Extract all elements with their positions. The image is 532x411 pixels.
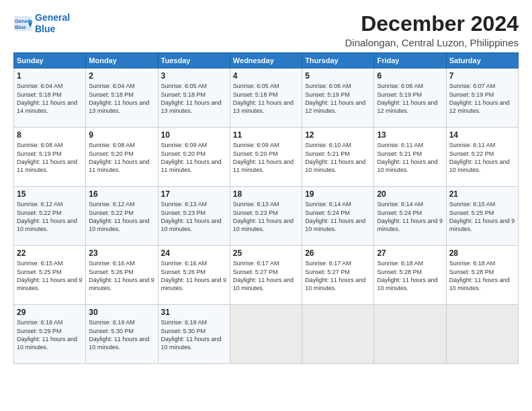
table-row xyxy=(302,305,374,364)
table-row: 24Sunrise: 6:16 AMSunset: 5:26 PMDayligh… xyxy=(158,246,230,305)
daylight-text: Daylight: 11 hours and 10 minutes. xyxy=(449,158,510,173)
daylight-text: Daylight: 11 hours and 10 minutes. xyxy=(305,158,365,173)
table-row: 7Sunrise: 6:07 AMSunset: 5:19 PMDaylight… xyxy=(446,68,518,128)
day-number: 21 xyxy=(449,189,515,199)
day-number: 25 xyxy=(233,248,299,259)
calendar-table: Sunday Monday Tuesday Wednesday Thursday… xyxy=(13,52,519,364)
col-saturday: Saturday xyxy=(446,53,518,68)
col-friday: Friday xyxy=(374,53,446,68)
daylight-text: Daylight: 11 hours and 9 minutes. xyxy=(161,277,227,291)
calendar-week-2: 8Sunrise: 6:08 AMSunset: 5:19 PMDaylight… xyxy=(14,128,519,187)
table-row: 3Sunrise: 6:05 AMSunset: 5:18 PMDaylight… xyxy=(158,68,230,128)
sunrise-text: Sunrise: 6:04 AM xyxy=(17,83,63,89)
table-row: 28Sunrise: 6:18 AMSunset: 5:28 PMDayligh… xyxy=(446,246,518,305)
sunset-text: Sunset: 5:18 PM xyxy=(17,91,62,98)
calendar-week-1: 1Sunrise: 6:04 AMSunset: 5:18 PMDaylight… xyxy=(14,68,519,128)
sunrise-text: Sunrise: 6:12 AM xyxy=(17,201,63,208)
sunrise-text: Sunrise: 6:18 AM xyxy=(449,260,496,267)
day-number: 23 xyxy=(89,248,154,259)
location-title: Dinalongan, Central Luzon, Philippines xyxy=(345,37,519,48)
sunset-text: Sunset: 5:19 PM xyxy=(449,91,494,98)
sunset-text: Sunset: 5:27 PM xyxy=(233,269,278,275)
table-row: 9Sunrise: 6:08 AMSunset: 5:20 PMDaylight… xyxy=(86,128,158,187)
day-number: 24 xyxy=(161,248,227,259)
sunrise-text: Sunrise: 6:19 AM xyxy=(89,319,135,326)
sunset-text: Sunset: 5:18 PM xyxy=(89,91,134,98)
daylight-text: Daylight: 11 hours and 11 minutes. xyxy=(89,158,149,173)
table-row: 30Sunrise: 6:19 AMSunset: 5:30 PMDayligh… xyxy=(86,305,158,364)
sunset-text: Sunset: 5:18 PM xyxy=(233,91,278,98)
day-number: 19 xyxy=(305,189,371,199)
sunrise-text: Sunrise: 6:04 AM xyxy=(89,83,135,89)
sunset-text: Sunset: 5:25 PM xyxy=(17,269,62,275)
daylight-text: Daylight: 11 hours and 10 minutes. xyxy=(17,218,77,232)
daylight-text: Daylight: 11 hours and 11 minutes. xyxy=(233,158,294,173)
sunrise-text: Sunrise: 6:13 AM xyxy=(233,201,279,208)
sunrise-text: Sunrise: 6:06 AM xyxy=(377,83,423,89)
col-thursday: Thursday xyxy=(302,53,374,68)
sunrise-text: Sunrise: 6:19 AM xyxy=(161,319,208,326)
sunset-text: Sunset: 5:20 PM xyxy=(89,150,134,157)
daylight-text: Daylight: 11 hours and 10 minutes. xyxy=(89,336,149,351)
day-number: 3 xyxy=(161,71,227,81)
sunset-text: Sunset: 5:30 PM xyxy=(161,328,206,334)
day-number: 6 xyxy=(377,71,443,81)
logo-line1: General xyxy=(35,12,70,23)
daylight-text: Daylight: 11 hours and 12 minutes. xyxy=(305,99,365,114)
day-number: 16 xyxy=(89,189,154,199)
table-row: 31Sunrise: 6:19 AMSunset: 5:30 PMDayligh… xyxy=(158,305,230,364)
page: General Blue General Blue December 2024 … xyxy=(0,0,532,411)
table-row: 20Sunrise: 6:14 AMSunset: 5:24 PMDayligh… xyxy=(374,187,446,246)
sunrise-text: Sunrise: 6:11 AM xyxy=(377,142,423,148)
sunrise-text: Sunrise: 6:08 AM xyxy=(89,142,135,148)
day-number: 8 xyxy=(17,130,83,140)
table-row: 26Sunrise: 6:17 AMSunset: 5:27 PMDayligh… xyxy=(302,246,374,305)
daylight-text: Daylight: 11 hours and 10 minutes. xyxy=(377,158,437,173)
sunrise-text: Sunrise: 6:06 AM xyxy=(305,83,351,89)
sunrise-text: Sunrise: 6:15 AM xyxy=(449,201,496,208)
day-number: 1 xyxy=(17,71,83,81)
sunrise-text: Sunrise: 6:17 AM xyxy=(233,260,279,267)
daylight-text: Daylight: 11 hours and 13 minutes. xyxy=(161,99,222,114)
sunset-text: Sunset: 5:26 PM xyxy=(89,269,134,275)
table-row: 18Sunrise: 6:13 AMSunset: 5:23 PMDayligh… xyxy=(230,187,302,246)
table-row: 17Sunrise: 6:13 AMSunset: 5:23 PMDayligh… xyxy=(158,187,230,246)
daylight-text: Daylight: 11 hours and 9 minutes. xyxy=(449,218,515,232)
day-number: 30 xyxy=(89,307,154,318)
day-number: 9 xyxy=(89,130,154,140)
table-row: 16Sunrise: 6:12 AMSunset: 5:22 PMDayligh… xyxy=(86,187,158,246)
title-block: December 2024 Dinalongan, Central Luzon,… xyxy=(345,12,519,48)
sunset-text: Sunset: 5:24 PM xyxy=(377,210,422,216)
sunrise-text: Sunrise: 6:10 AM xyxy=(305,142,351,148)
table-row: 29Sunrise: 6:18 AMSunset: 5:29 PMDayligh… xyxy=(14,305,86,364)
sunrise-text: Sunrise: 6:05 AM xyxy=(161,83,208,89)
sunset-text: Sunset: 5:24 PM xyxy=(305,210,350,216)
day-number: 4 xyxy=(233,71,299,81)
sunrise-text: Sunrise: 6:18 AM xyxy=(377,260,423,267)
logo-line2: Blue xyxy=(35,24,55,34)
logo-text: General Blue xyxy=(35,12,70,35)
sunrise-text: Sunrise: 6:09 AM xyxy=(233,142,279,148)
daylight-text: Daylight: 11 hours and 10 minutes. xyxy=(305,218,365,232)
day-number: 28 xyxy=(449,248,515,259)
sunset-text: Sunset: 5:30 PM xyxy=(89,328,134,334)
day-number: 20 xyxy=(377,189,443,199)
table-row xyxy=(446,305,518,364)
daylight-text: Daylight: 11 hours and 10 minutes. xyxy=(233,277,294,291)
daylight-text: Daylight: 11 hours and 13 minutes. xyxy=(233,99,294,114)
day-number: 13 xyxy=(377,130,443,140)
sunset-text: Sunset: 5:21 PM xyxy=(305,150,350,157)
day-number: 29 xyxy=(17,307,83,318)
daylight-text: Daylight: 11 hours and 10 minutes. xyxy=(89,218,149,232)
daylight-text: Daylight: 11 hours and 9 minutes. xyxy=(377,218,443,232)
day-number: 11 xyxy=(233,130,299,140)
day-number: 17 xyxy=(161,189,227,199)
sunset-text: Sunset: 5:23 PM xyxy=(233,210,278,216)
day-number: 12 xyxy=(305,130,371,140)
sunrise-text: Sunrise: 6:12 AM xyxy=(89,201,135,208)
calendar-week-5: 29Sunrise: 6:18 AMSunset: 5:29 PMDayligh… xyxy=(14,305,519,364)
daylight-text: Daylight: 11 hours and 9 minutes. xyxy=(89,277,154,291)
daylight-text: Daylight: 11 hours and 10 minutes. xyxy=(377,277,437,291)
sunrise-text: Sunrise: 6:07 AM xyxy=(449,83,496,89)
sunrise-text: Sunrise: 6:15 AM xyxy=(17,260,63,267)
